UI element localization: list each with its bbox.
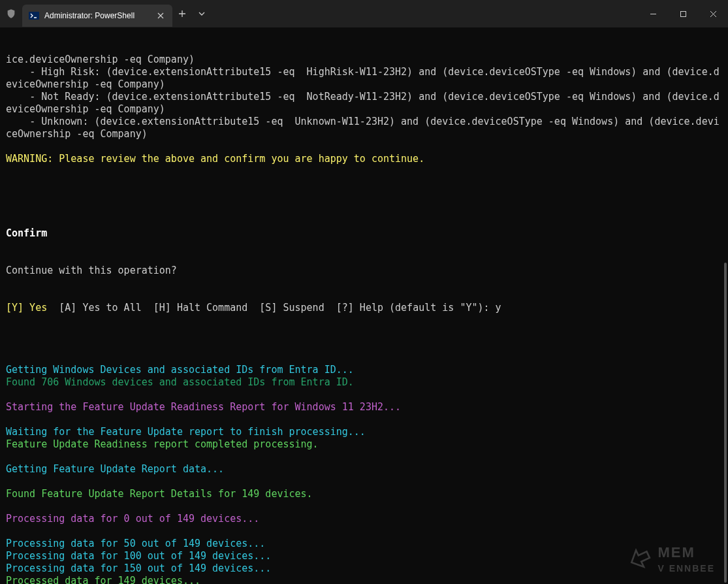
terminal-line: Getting Feature Update Report data... [6,463,722,476]
terminal-line: Processing data for 150 out of 149 devic… [6,562,722,575]
confirm-prompt: Continue with this operation? [6,265,722,277]
minimize-button[interactable] [638,0,668,27]
scrollbar[interactable] [724,27,727,583]
terminal-line [6,525,722,538]
terminal-line [6,414,722,426]
terminal-line [6,165,722,178]
close-window-button[interactable] [698,0,728,27]
powershell-icon [29,10,39,21]
titlebar: Administrator: PowerShell [0,0,728,27]
watermark: MEM V ENNBEE [626,545,715,575]
terminal-line: - Unknown: (device.extensionAttribute15 … [6,116,722,140]
terminal-line [6,451,722,463]
terminal-line: Waiting for the Feature Update report to… [6,426,722,438]
confirm-heading: Confirm [6,227,722,240]
tab-active[interactable]: Administrator: PowerShell [22,5,172,27]
terminal-line: Getting Windows Devices and associated I… [6,364,722,376]
terminal-line [6,351,722,364]
terminal-line [6,476,722,488]
terminal-line: Processing data for 50 out of 149 device… [6,538,722,550]
terminal-line [6,500,722,513]
maximize-button[interactable] [668,0,698,27]
confirm-options[interactable]: [Y] Yes [A] Yes to All [H] Halt Command … [6,302,722,314]
terminal-line: Found Feature Update Report Details for … [6,488,722,500]
tab-dropdown-button[interactable] [192,4,212,24]
terminal-line: - Not Ready: (device.extensionAttribute1… [6,91,722,116]
terminal-line: ice.deviceOwnership -eq Company) [6,54,722,66]
new-tab-button[interactable] [172,4,192,24]
terminal-line: - High Risk: (device.extensionAttribute1… [6,66,722,91]
terminal-line: Found 706 Windows devices and associated… [6,376,722,389]
close-icon[interactable] [155,10,166,21]
terminal-output[interactable]: ice.deviceOwnership -eq Company) - High … [0,27,728,584]
terminal-line: Feature Update Readiness report complete… [6,438,722,451]
terminal-line: Processing data for 0 out of 149 devices… [6,513,722,525]
terminal-line: Processing data for 100 out of 149 devic… [6,550,722,562]
tab-title: Administrator: PowerShell [44,11,150,20]
terminal-line: Processed data for 149 devices... [6,575,722,584]
scrollbar-thumb[interactable] [724,263,727,583]
svg-rect-0 [29,12,39,20]
terminal-line [6,389,722,401]
terminal-line: Starting the Feature Update Readiness Re… [6,401,722,414]
svg-rect-1 [680,11,686,16]
terminal-line [6,140,722,153]
shield-icon [0,0,22,27]
window-controls [638,0,728,27]
terminal-line: WARNING: Please review the above and con… [6,153,722,165]
